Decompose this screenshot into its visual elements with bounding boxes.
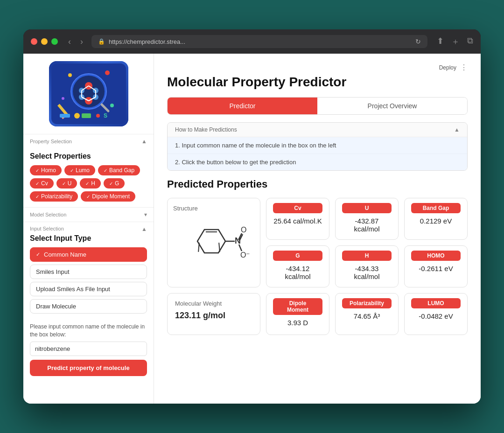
property-tag-u[interactable]: ✓U [56, 178, 77, 189]
u-label: U [342, 203, 392, 213]
molecule-input-label: Please input common name of the molecule… [30, 323, 147, 339]
svg-marker-27 [197, 230, 225, 253]
tabs: Predictor Project Overview [167, 97, 468, 115]
dipole-label: Dipole Moment [273, 298, 322, 315]
homo-value: -0.2611 eV [419, 265, 453, 272]
reload-icon[interactable]: ↻ [415, 38, 421, 45]
tab-project-overview[interactable]: Project Overview [317, 98, 467, 114]
back-button[interactable]: ‹ [65, 36, 74, 48]
svg-rect-24 [82, 113, 91, 118]
svg-point-21 [62, 97, 64, 100]
property-tag-g[interactable]: ✓G [104, 178, 125, 189]
forward-button[interactable]: › [77, 36, 86, 48]
prop-card-h: H -434.33 kcal/mol [335, 245, 399, 287]
svg-line-29 [219, 243, 220, 252]
input-option-upload-smiles-as-file-input[interactable]: Upload Smiles As File Input [30, 282, 147, 296]
prop-card-u: U -432.87 kcal/mol [335, 198, 399, 240]
model-chevron-icon[interactable]: ▾ [144, 211, 147, 218]
predict-button[interactable]: Predict property of molecule [30, 360, 147, 376]
model-selection-section: Model Selection ▾ [23, 207, 154, 222]
property-tag-homo[interactable]: ✓Homo [30, 165, 62, 175]
input-type-options: ✓Common NameSmiles InputUpload Smiles As… [30, 247, 147, 314]
input-toggle-icon[interactable]: ▲ [141, 226, 147, 232]
share-icon[interactable]: ⬆ [437, 36, 444, 47]
g-value: -434.12 kcal/mol [273, 265, 322, 280]
tabs-icon[interactable]: ⧉ [467, 36, 473, 47]
svg-point-20 [110, 104, 114, 107]
prop-card-polarizability: Polarizability 74.65 Å³ [335, 293, 399, 335]
structure-label: Structure [173, 205, 198, 212]
input-option-draw-molecule[interactable]: Draw Molecule [30, 299, 147, 314]
svg-point-25 [96, 114, 100, 118]
new-tab-icon[interactable]: ＋ [451, 36, 460, 47]
instruction-step-2: 2. Click the button below to get the pre… [168, 154, 467, 170]
property-selection-header: Property Selection ▲ [23, 134, 154, 148]
predicted-grid: Structure N [167, 198, 468, 335]
prop-card-lumo: LUMO -0.0482 eV [404, 293, 468, 335]
bandgap-label: Band Gap [411, 203, 461, 213]
property-tag-lumo[interactable]: ✓Lumo [64, 165, 95, 175]
predicted-section: Predicted Properties Structure [167, 178, 468, 335]
page-title: Molecular Property Predictor [167, 75, 468, 90]
g-label: G [273, 251, 322, 261]
property-tag-band gap[interactable]: ✓Band Gap [98, 165, 140, 175]
property-selection-section: Select Properties ✓Homo✓Lumo✓Band Gap✓Cv… [23, 148, 154, 207]
prop-card-dipole: Dipole Moment 3.93 D [266, 293, 329, 335]
dipole-value: 3.93 D [287, 319, 308, 327]
property-toggle-icon[interactable]: ▲ [141, 138, 147, 145]
property-selection-label: Property Selection [30, 139, 72, 144]
property-tag-h[interactable]: ✓H [80, 178, 101, 189]
more-options-icon[interactable]: ⋮ [460, 63, 468, 72]
input-selection-section: Input Selection ▲ Select Input Type ✓Com… [23, 222, 154, 319]
molecule-input-section: Please input common name of the molecule… [23, 319, 154, 380]
prop-card-bandgap: Band Gap 0.2129 eV [404, 198, 468, 240]
url-text: https://chempredictor.strea... [109, 38, 185, 45]
browser-content: S Property Selection ▲ Select Properties… [23, 54, 481, 404]
tab-predictor[interactable]: Predictor [168, 98, 317, 114]
lock-icon: 🔒 [98, 38, 105, 45]
svg-point-19 [105, 70, 110, 75]
property-tag-dipole moment[interactable]: ✓Dipole Moment [81, 191, 135, 202]
polarizability-value: 74.65 Å³ [354, 312, 380, 320]
sidebar: S Property Selection ▲ Select Properties… [23, 54, 154, 404]
predicted-title: Predicted Properties [167, 178, 468, 190]
homo-label: HOMO [411, 251, 461, 261]
select-input-type-title: Select Input Type [30, 234, 147, 243]
prop-card-homo: HOMO -0.2611 eV [404, 245, 468, 287]
deploy-button[interactable]: Deploy [439, 63, 456, 72]
molecule-input-field[interactable] [30, 342, 147, 356]
browser-chrome: ‹ › 🔒 https://chempredictor.strea... ↻ ⬆… [23, 29, 481, 54]
h-label: H [342, 251, 392, 261]
property-tag-polarizability[interactable]: ✓Polarizability [30, 191, 78, 202]
select-properties-title: Select Properties [30, 152, 147, 161]
svg-point-18 [68, 73, 72, 77]
fullscreen-button[interactable] [51, 38, 58, 45]
h-value: -434.33 kcal/mol [342, 265, 392, 280]
property-tags: ✓Homo✓Lumo✓Band Gap✓Cv✓U✓H✓G✓Polarizabil… [30, 165, 147, 202]
structure-card: Structure N [167, 198, 260, 287]
app-logo: S [49, 61, 128, 126]
bandgap-value: 0.2129 eV [420, 217, 452, 225]
minimize-button[interactable] [41, 38, 48, 45]
close-button[interactable] [31, 38, 37, 45]
u-value: -432.87 kcal/mol [342, 217, 392, 233]
svg-line-36 [239, 244, 242, 251]
nav-buttons: ‹ › [65, 36, 86, 48]
mol-weight-card: Molecular Weight 123.11 g/mol [167, 293, 260, 335]
mol-weight-label: Molecular Weight [175, 300, 222, 307]
svg-text:O⁻: O⁻ [240, 251, 250, 259]
lumo-value: -0.0482 eV [419, 312, 453, 320]
top-bar: Deploy ⋮ [167, 63, 468, 72]
svg-text:S: S [104, 112, 107, 119]
svg-rect-22 [60, 114, 70, 118]
model-selection-header: Model Selection ▾ [30, 211, 147, 218]
property-tag-cv[interactable]: ✓Cv [30, 178, 54, 189]
input-option-smiles-input[interactable]: Smiles Input [30, 265, 147, 279]
address-bar[interactable]: 🔒 https://chempredictor.strea... ↻ [91, 35, 427, 48]
input-option-common-name[interactable]: ✓Common Name [30, 247, 147, 262]
input-selection-label: Input Selection [30, 226, 64, 231]
instruction-step-1: 1. Input common name of the molecule in … [168, 137, 467, 154]
browser-window: ‹ › 🔒 https://chempredictor.strea... ↻ ⬆… [23, 29, 481, 404]
instructions-toggle-icon[interactable]: ▲ [454, 126, 460, 133]
main-content: Deploy ⋮ Molecular Property Predictor Pr… [154, 54, 481, 404]
